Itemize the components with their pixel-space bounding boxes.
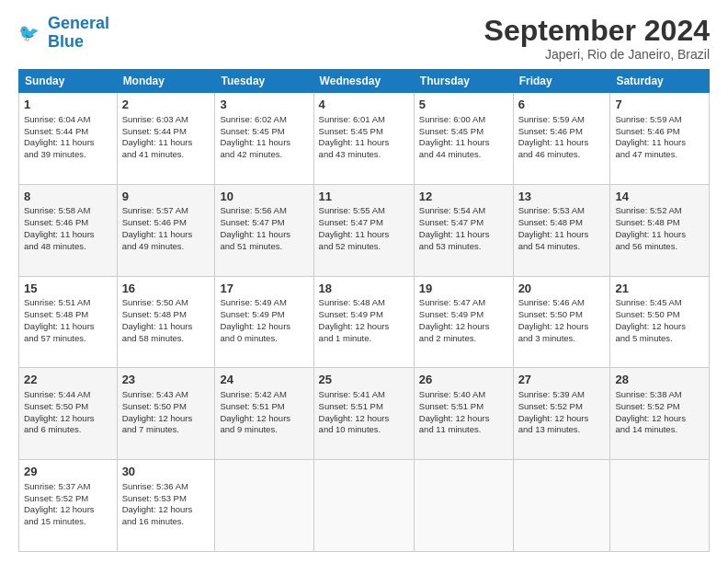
title-block: September 2024 Japeri, Rio de Janeiro, B…: [484, 15, 710, 62]
day-info: Sunrise: 5:43 AMSunset: 5:50 PMDaylight:…: [122, 389, 210, 436]
day-info: Sunrise: 5:52 AMSunset: 5:48 PMDaylight:…: [615, 205, 704, 252]
table-row: 13Sunrise: 5:53 AMSunset: 5:48 PMDayligh…: [513, 184, 610, 276]
day-number: 22: [24, 372, 112, 388]
table-row: 14Sunrise: 5:52 AMSunset: 5:48 PMDayligh…: [610, 184, 710, 276]
page: 🐦 General Blue September 2024 Japeri, Ri…: [0, 0, 728, 563]
day-info: Sunrise: 5:51 AMSunset: 5:48 PMDaylight:…: [24, 297, 112, 344]
day-number: 6: [518, 97, 606, 113]
table-row: 21Sunrise: 5:45 AMSunset: 5:50 PMDayligh…: [610, 276, 710, 368]
day-number: 17: [220, 281, 308, 297]
day-number: 24: [220, 372, 308, 388]
table-row: 3Sunrise: 6:02 AMSunset: 5:45 PMDaylight…: [215, 93, 313, 185]
table-row: 19Sunrise: 5:47 AMSunset: 5:49 PMDayligh…: [414, 276, 513, 368]
col-saturday: Saturday: [610, 70, 710, 93]
day-number: 30: [122, 464, 210, 480]
table-row: 10Sunrise: 5:56 AMSunset: 5:47 PMDayligh…: [215, 184, 313, 276]
table-row: 18Sunrise: 5:48 AMSunset: 5:49 PMDayligh…: [313, 276, 414, 368]
table-row: 27Sunrise: 5:39 AMSunset: 5:52 PMDayligh…: [513, 368, 610, 460]
day-number: 11: [319, 189, 409, 205]
day-info: Sunrise: 5:41 AMSunset: 5:51 PMDaylight:…: [319, 389, 409, 436]
table-row: 9Sunrise: 5:57 AMSunset: 5:46 PMDaylight…: [117, 184, 215, 276]
col-wednesday: Wednesday: [313, 70, 414, 93]
day-number: 1: [24, 97, 112, 113]
day-info: Sunrise: 6:00 AMSunset: 5:45 PMDaylight:…: [419, 114, 508, 161]
day-info: Sunrise: 5:59 AMSunset: 5:46 PMDaylight:…: [615, 114, 704, 161]
month-title: September 2024: [484, 15, 710, 47]
col-sunday: Sunday: [19, 70, 118, 93]
day-info: Sunrise: 5:37 AMSunset: 5:52 PMDaylight:…: [24, 481, 112, 528]
table-row: [513, 460, 610, 552]
day-number: 20: [518, 281, 606, 297]
day-info: Sunrise: 5:40 AMSunset: 5:51 PMDaylight:…: [419, 389, 508, 436]
day-number: 2: [122, 97, 210, 113]
table-row: 16Sunrise: 5:50 AMSunset: 5:48 PMDayligh…: [117, 276, 215, 368]
day-number: 29: [24, 464, 112, 480]
day-number: 21: [615, 281, 704, 297]
day-number: 27: [518, 372, 606, 388]
table-row: [215, 460, 313, 552]
logo-blue: Blue: [48, 32, 84, 51]
day-info: Sunrise: 5:36 AMSunset: 5:53 PMDaylight:…: [122, 481, 210, 528]
table-row: 15Sunrise: 5:51 AMSunset: 5:48 PMDayligh…: [19, 276, 118, 368]
table-row: 11Sunrise: 5:55 AMSunset: 5:47 PMDayligh…: [313, 184, 414, 276]
col-thursday: Thursday: [414, 70, 513, 93]
table-row: 20Sunrise: 5:46 AMSunset: 5:50 PMDayligh…: [513, 276, 610, 368]
day-number: 14: [615, 189, 704, 205]
table-row: 6Sunrise: 5:59 AMSunset: 5:46 PMDaylight…: [513, 93, 610, 185]
table-row: 4Sunrise: 6:01 AMSunset: 5:45 PMDaylight…: [313, 93, 414, 185]
table-row: 23Sunrise: 5:43 AMSunset: 5:50 PMDayligh…: [117, 368, 215, 460]
table-row: 29Sunrise: 5:37 AMSunset: 5:52 PMDayligh…: [19, 460, 118, 552]
logo-icon: 🐦: [18, 20, 44, 46]
logo-general: General: [48, 14, 109, 32]
table-row: [313, 460, 414, 552]
header: 🐦 General Blue September 2024 Japeri, Ri…: [18, 15, 710, 62]
day-number: 18: [319, 281, 409, 297]
table-row: 24Sunrise: 5:42 AMSunset: 5:51 PMDayligh…: [215, 368, 313, 460]
day-info: Sunrise: 5:55 AMSunset: 5:47 PMDaylight:…: [319, 205, 409, 252]
day-number: 3: [220, 97, 308, 113]
day-info: Sunrise: 5:45 AMSunset: 5:50 PMDaylight:…: [615, 297, 704, 344]
day-number: 12: [419, 189, 508, 205]
day-number: 5: [419, 97, 508, 113]
day-info: Sunrise: 5:58 AMSunset: 5:46 PMDaylight:…: [24, 205, 112, 252]
day-info: Sunrise: 5:39 AMSunset: 5:52 PMDaylight:…: [518, 389, 606, 436]
day-info: Sunrise: 5:48 AMSunset: 5:49 PMDaylight:…: [319, 297, 409, 344]
day-info: Sunrise: 5:47 AMSunset: 5:49 PMDaylight:…: [419, 297, 508, 344]
table-row: 17Sunrise: 5:49 AMSunset: 5:49 PMDayligh…: [215, 276, 313, 368]
day-number: 28: [615, 372, 704, 388]
day-info: Sunrise: 5:57 AMSunset: 5:46 PMDaylight:…: [122, 205, 210, 252]
svg-text:🐦: 🐦: [18, 22, 40, 42]
day-info: Sunrise: 6:01 AMSunset: 5:45 PMDaylight:…: [319, 114, 409, 161]
table-row: 26Sunrise: 5:40 AMSunset: 5:51 PMDayligh…: [414, 368, 513, 460]
table-row: 8Sunrise: 5:58 AMSunset: 5:46 PMDaylight…: [19, 184, 118, 276]
table-row: 22Sunrise: 5:44 AMSunset: 5:50 PMDayligh…: [19, 368, 118, 460]
day-info: Sunrise: 5:56 AMSunset: 5:47 PMDaylight:…: [220, 205, 308, 252]
day-info: Sunrise: 5:38 AMSunset: 5:52 PMDaylight:…: [615, 389, 704, 436]
day-number: 13: [518, 189, 606, 205]
logo-text: General Blue: [48, 15, 109, 52]
calendar-header-row: Sunday Monday Tuesday Wednesday Thursday…: [19, 70, 710, 93]
day-info: Sunrise: 6:03 AMSunset: 5:44 PMDaylight:…: [122, 114, 210, 161]
day-number: 19: [419, 281, 508, 297]
day-info: Sunrise: 5:49 AMSunset: 5:49 PMDaylight:…: [220, 297, 308, 344]
day-info: Sunrise: 5:42 AMSunset: 5:51 PMDaylight:…: [220, 389, 308, 436]
day-info: Sunrise: 5:50 AMSunset: 5:48 PMDaylight:…: [122, 297, 210, 344]
table-row: 2Sunrise: 6:03 AMSunset: 5:44 PMDaylight…: [117, 93, 215, 185]
location: Japeri, Rio de Janeiro, Brazil: [484, 47, 710, 62]
table-row: 28Sunrise: 5:38 AMSunset: 5:52 PMDayligh…: [610, 368, 710, 460]
table-row: 1Sunrise: 6:04 AMSunset: 5:44 PMDaylight…: [19, 93, 118, 185]
day-info: Sunrise: 6:02 AMSunset: 5:45 PMDaylight:…: [220, 114, 308, 161]
day-number: 7: [615, 97, 704, 113]
col-monday: Monday: [117, 70, 215, 93]
col-friday: Friday: [513, 70, 610, 93]
logo: 🐦 General Blue: [18, 15, 109, 52]
day-info: Sunrise: 5:54 AMSunset: 5:47 PMDaylight:…: [419, 205, 508, 252]
table-row: 5Sunrise: 6:00 AMSunset: 5:45 PMDaylight…: [414, 93, 513, 185]
day-number: 25: [319, 372, 409, 388]
day-number: 10: [220, 189, 308, 205]
day-info: Sunrise: 5:46 AMSunset: 5:50 PMDaylight:…: [518, 297, 606, 344]
day-number: 15: [24, 281, 112, 297]
day-number: 16: [122, 281, 210, 297]
day-info: Sunrise: 5:53 AMSunset: 5:48 PMDaylight:…: [518, 205, 606, 252]
day-number: 4: [319, 97, 409, 113]
